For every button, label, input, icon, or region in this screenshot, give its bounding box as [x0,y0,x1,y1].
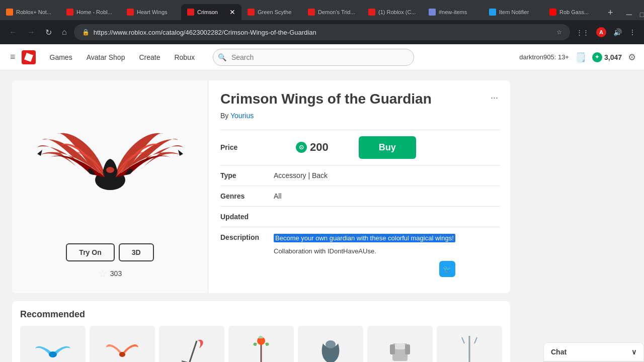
extensions-button[interactable]: ⋮⋮ [574,27,591,38]
tab-close-icon[interactable]: ✕ [229,8,235,16]
item-creator: By Yourius [220,112,500,120]
rec-item-3-image [172,333,212,362]
address-bar[interactable]: 🔒 https://www.roblox.com/catalog/4623002… [74,24,570,40]
tab-heart-wings[interactable]: Heart Wings [121,4,181,20]
svg-point-2 [106,167,114,173]
buy-button[interactable]: Buy [359,136,416,159]
collab-text: Collaboration with IDontHaveAUse. [274,247,455,255]
home-button[interactable]: ⌂ [59,26,70,39]
tab-new-items[interactable]: #new-items [423,4,483,20]
star-icon[interactable]: ☆ [98,267,107,280]
divider-2 [220,165,500,165]
favorites-count: 303 [110,269,122,278]
volume-button[interactable]: 🔊 [611,26,624,38]
tab-favicon [308,9,315,16]
genres-row: Genres All [220,192,500,200]
search-icon: 🔍 [218,53,226,61]
tab-roblox-notif2[interactable]: (1) Roblox (C... [362,4,423,20]
wings-illustration [30,100,191,230]
twitter-share-button[interactable]: 🐦 [439,261,455,277]
settings-button[interactable]: ⚙ [628,52,636,63]
tab-label: Roblox+ Not... [16,9,54,15]
username: darktron905 [519,53,554,61]
maximize-button[interactable]: □ [637,10,644,20]
minimize-button[interactable]: ─ [623,9,635,20]
tab-home-robl[interactable]: Home - Robl... [60,4,121,20]
rec-item-3[interactable] [159,326,224,362]
svg-line-5 [189,341,197,362]
tab-favicon [368,9,375,16]
rec-item-5-image [310,333,351,362]
price-row: Price ⊙ 200 Buy [220,136,500,159]
tab-favicon [429,9,436,16]
tab-label: Green Scythe [258,9,296,15]
creator-link[interactable]: Yourius [230,112,254,120]
svg-point-4 [119,352,125,357]
account-button[interactable]: A [594,25,608,39]
new-tab-button[interactable]: + [604,6,617,20]
reload-button[interactable]: ↻ [42,26,55,39]
tab-label: Crimson [197,9,226,15]
forward-button[interactable]: → [24,26,38,39]
roblox-logo [22,50,36,64]
price-label: Price [220,143,266,151]
rec-item-1[interactable] [20,326,86,362]
user-display: darktron905: 13+ [519,53,569,61]
rec-item-6[interactable] [367,326,433,362]
rec-item-4-image [241,333,281,362]
rec-item-6-image [380,333,420,362]
tab-green-scythe[interactable]: Green Scythe [242,4,302,20]
rec-item-7[interactable] [437,326,502,362]
rec-item-1-image [33,333,73,362]
tab-favicon [127,9,134,16]
item-title: Crimson Wings of the Guardian [220,90,432,108]
tab-rob-gass[interactable]: Rob Gass... [543,4,604,20]
nav-link-create[interactable]: Create [133,49,166,65]
chat-label: Chat [551,348,567,356]
url-text: https://www.roblox.com/catalog/462300228… [94,29,552,36]
tab-bar: Roblox+ Not... Home - Robl... Heart Wing… [0,0,644,20]
tab-roblox-notif[interactable]: Roblox+ Not... [0,4,60,20]
robux-price-icon: ⊙ [296,142,307,153]
tab-favicon [489,9,496,16]
description-content: Become your own guardian with these colo… [274,233,455,278]
nav-link-games[interactable]: Games [44,49,78,65]
notifications-button[interactable]: 🗒️ [575,52,586,63]
svg-line-16 [474,337,477,343]
sidebar-toggle-button[interactable]: ≡ [8,50,18,64]
tab-crimson[interactable]: Crimson ✕ [181,4,242,20]
description-label: Description [220,233,266,241]
genres-label: Genres [220,192,266,200]
tab-demons-trid[interactable]: Demon's Trid... [302,4,362,20]
rec-item-4[interactable] [228,326,294,362]
favorites-row: ☆ 303 [98,267,122,280]
search-input[interactable] [213,49,414,66]
nav-link-avatar-shop[interactable]: Avatar Shop [80,49,131,65]
more-button[interactable]: ⋮ [627,26,638,38]
rec-item-2[interactable] [90,326,155,362]
nav-link-robux[interactable]: Robux [168,49,200,65]
tab-label: Heart Wings [137,9,175,15]
price-amount: 200 [310,141,329,154]
creator-prefix: By [220,112,228,120]
svg-line-15 [462,337,464,343]
description-highlighted-text: Become your own guardian with these colo… [274,234,455,242]
chat-chevron-icon[interactable]: ∨ [631,348,636,356]
three-d-button[interactable]: 3D [119,243,154,261]
tab-item-notifier[interactable]: Item Notifier [483,4,543,20]
rec-item-5[interactable] [298,326,363,362]
item-container: Try On 3D ☆ 303 Crimson Wings of the Gua… [12,80,510,293]
browser-chrome: Roblox+ Not... Home - Robl... Heart Wing… [0,0,644,44]
robux-badge: ✦ 3,047 [592,52,622,62]
item-image [30,95,191,235]
svg-rect-0 [24,53,33,62]
try-on-button[interactable]: Try On [66,243,114,261]
divider-4 [220,206,500,207]
tab-favicon [248,9,255,16]
bookmark-star-icon[interactable]: ☆ [556,29,562,36]
back-button[interactable]: ← [6,26,20,39]
more-options-button[interactable]: ··· [489,90,500,105]
description-row: Description Become your own guardian wit… [220,233,500,278]
page-content: Try On 3D ☆ 303 Crimson Wings of the Gua… [0,70,644,362]
chat-header: Chat ∨ [544,343,643,361]
